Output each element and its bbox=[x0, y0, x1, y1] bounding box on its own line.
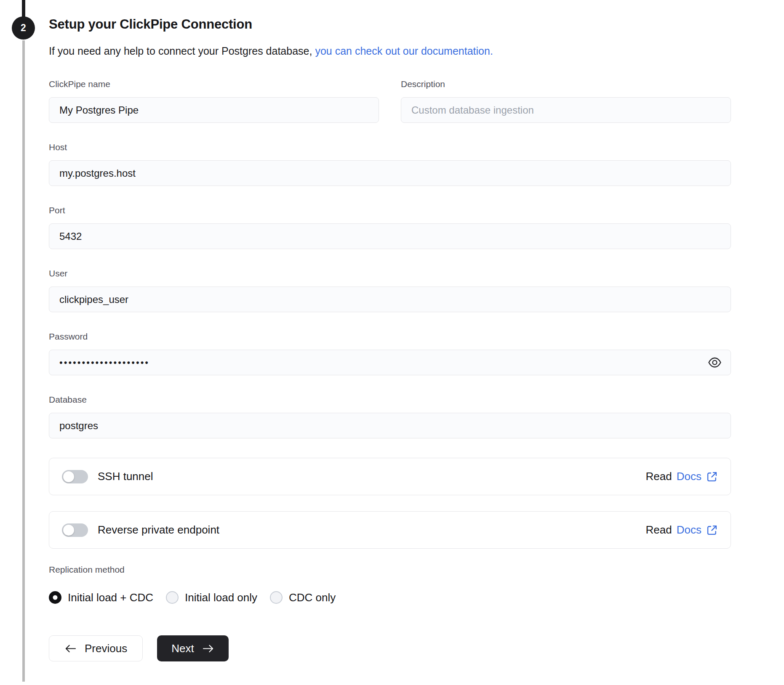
next-button-label: Next bbox=[171, 642, 194, 655]
external-link-icon[interactable] bbox=[706, 524, 718, 536]
replication-method-options: Initial load + CDC Initial load only CDC… bbox=[49, 591, 731, 604]
description-field-group: Description bbox=[401, 79, 731, 123]
read-text: Read bbox=[646, 523, 672, 536]
port-field-group: Port bbox=[49, 205, 731, 249]
password-input[interactable] bbox=[49, 350, 731, 375]
clickpipe-name-field-group: ClickPipe name bbox=[49, 79, 379, 123]
password-field-group: Password bbox=[49, 332, 731, 375]
clickpipe-name-input[interactable] bbox=[49, 97, 379, 123]
toggle-knob bbox=[63, 471, 74, 482]
toggle-knob bbox=[63, 525, 74, 536]
radio-option-cdc-only[interactable]: CDC only bbox=[270, 591, 336, 604]
host-input[interactable] bbox=[49, 160, 731, 186]
next-button[interactable]: Next bbox=[157, 635, 228, 661]
port-input[interactable] bbox=[49, 223, 731, 249]
external-link-icon[interactable] bbox=[706, 471, 718, 483]
reverse-private-endpoint-toggle[interactable] bbox=[62, 523, 88, 537]
rpe-docs-link[interactable]: Docs bbox=[677, 523, 701, 536]
port-label: Port bbox=[49, 205, 731, 215]
step-number: 2 bbox=[21, 22, 26, 34]
form-actions: Previous Next bbox=[49, 635, 731, 661]
radio-option-initial-load-only[interactable]: Initial load only bbox=[166, 591, 257, 604]
clickpipe-name-label: ClickPipe name bbox=[49, 79, 379, 89]
ssh-tunnel-card: SSH tunnel Read Docs bbox=[49, 458, 731, 495]
radio-button[interactable] bbox=[270, 591, 283, 604]
ssh-tunnel-label: SSH tunnel bbox=[98, 470, 153, 483]
description-label: Description bbox=[401, 79, 731, 89]
host-label: Host bbox=[49, 142, 731, 152]
reverse-private-endpoint-label: Reverse private endpoint bbox=[98, 523, 219, 536]
ssh-tunnel-toggle[interactable] bbox=[62, 470, 88, 483]
page-title: Setup your ClickPipe Connection bbox=[49, 17, 731, 32]
radio-label: CDC only bbox=[289, 591, 336, 604]
radio-label: Initial load only bbox=[185, 591, 257, 604]
description-input[interactable] bbox=[401, 97, 731, 123]
radio-option-initial-load-cdc[interactable]: Initial load + CDC bbox=[49, 591, 153, 604]
help-text-plain: If you need any help to connect your Pos… bbox=[49, 45, 315, 57]
previous-button-label: Previous bbox=[85, 642, 127, 655]
documentation-link[interactable]: you can check out our documentation. bbox=[315, 45, 493, 57]
host-field-group: Host bbox=[49, 142, 731, 186]
rpe-read-docs: Read Docs bbox=[646, 523, 718, 536]
show-password-button[interactable] bbox=[707, 355, 723, 371]
radio-button[interactable] bbox=[49, 591, 61, 604]
arrow-right-icon bbox=[202, 644, 214, 653]
user-field-group: User bbox=[49, 268, 731, 312]
password-label: Password bbox=[49, 332, 731, 342]
database-input[interactable] bbox=[49, 413, 731, 438]
radio-label: Initial load + CDC bbox=[68, 591, 153, 604]
step-rail-bottom bbox=[22, 40, 25, 682]
setup-connection-section: Setup your ClickPipe Connection If you n… bbox=[49, 17, 731, 661]
database-field-group: Database bbox=[49, 395, 731, 438]
reverse-private-endpoint-card: Reverse private endpoint Read Docs bbox=[49, 511, 731, 549]
read-text: Read bbox=[646, 470, 672, 483]
ssh-tunnel-read-docs: Read Docs bbox=[646, 470, 718, 483]
step-rail-top bbox=[22, 0, 25, 17]
database-label: Database bbox=[49, 395, 731, 405]
arrow-left-icon bbox=[64, 644, 77, 653]
previous-button[interactable]: Previous bbox=[49, 635, 143, 661]
eye-icon bbox=[708, 356, 722, 369]
step-indicator: 2 bbox=[12, 16, 35, 40]
user-input[interactable] bbox=[49, 287, 731, 312]
ssh-docs-link[interactable]: Docs bbox=[677, 470, 701, 483]
user-label: User bbox=[49, 268, 731, 279]
radio-button[interactable] bbox=[166, 591, 179, 604]
help-text: If you need any help to connect your Pos… bbox=[49, 45, 731, 57]
replication-method-label: Replication method bbox=[49, 565, 731, 575]
